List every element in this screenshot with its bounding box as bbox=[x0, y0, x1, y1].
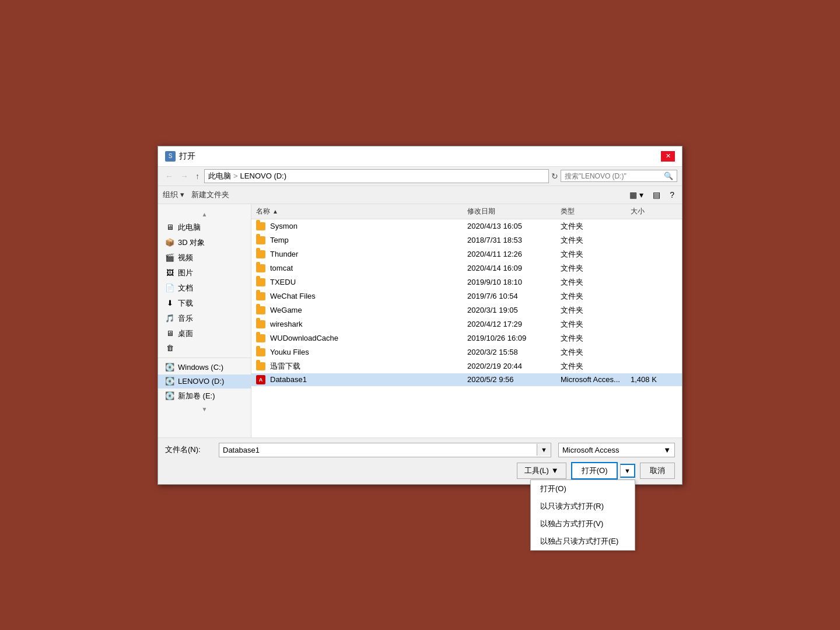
sidebar-item-e-drive[interactable]: 💽 新加卷 (E:) bbox=[158, 388, 251, 404]
sidebar-item-3d[interactable]: 📦 3D 对象 bbox=[158, 235, 251, 250]
filename-label: 文件名(N): bbox=[165, 444, 212, 455]
refresh-button[interactable]: ↻ bbox=[551, 172, 558, 181]
new-folder-button[interactable]: 新建文件夹 bbox=[191, 190, 229, 200]
organize-button[interactable]: 组织 ▾ bbox=[163, 190, 184, 200]
split-view-button[interactable]: ▤ bbox=[650, 188, 663, 201]
file-type: 文件夹 bbox=[561, 249, 631, 260]
help-button[interactable]: ? bbox=[667, 188, 677, 201]
file-name: Thunder bbox=[270, 250, 298, 258]
grid-view-button[interactable]: ▦ ▾ bbox=[626, 188, 646, 201]
folder-icon bbox=[256, 320, 265, 328]
breadcrumb: 此电脑 > LENOVO (D:) bbox=[208, 171, 286, 181]
open-dropdown-popup: 打开(O) 以只读方式打开(R) 以独占方式打开(V) 以独占只读方式打开(E) bbox=[530, 480, 635, 551]
folder-icon bbox=[256, 278, 265, 286]
open-button[interactable]: 打开(O) bbox=[571, 462, 618, 480]
scroll-down-indicator: ▼ bbox=[158, 404, 251, 415]
folder-icon bbox=[256, 362, 265, 370]
table-row[interactable]: TXEDU2019/9/10 18:10文件夹 bbox=[251, 275, 682, 289]
table-row[interactable]: WeGame2020/3/1 19:05文件夹 bbox=[251, 303, 682, 317]
table-row[interactable]: Temp2018/7/31 18:53文件夹 bbox=[251, 233, 682, 247]
sidebar-item-recycle[interactable]: 🗑 bbox=[158, 341, 251, 355]
title-bar: S 打开 ✕ bbox=[158, 146, 682, 167]
open-btn-group: 打开(O) ▼ 打开(O) 以只读方式打开(R) 以独占方式打开(V) 以独占只… bbox=[571, 462, 635, 480]
search-bar[interactable]: 🔍 bbox=[561, 170, 677, 182]
bottom-bar: 文件名(N): ▼ Microsoft Access ▼ 工具(L) ▼ 打开(… bbox=[158, 438, 682, 484]
sidebar-item-downloads[interactable]: ⬇ 下载 bbox=[158, 296, 251, 311]
e-drive-icon: 💽 bbox=[165, 391, 174, 401]
sidebar-item-d-drive[interactable]: 💽 LENOVO (D:) bbox=[158, 374, 251, 388]
open-option-readonly[interactable]: 以只读方式打开(R) bbox=[531, 498, 635, 515]
filetype-select[interactable]: Microsoft Access ▼ bbox=[558, 443, 675, 457]
file-date: 2020/4/14 16:09 bbox=[467, 264, 561, 272]
dialog-title: 打开 bbox=[179, 151, 195, 162]
open-dropdown-button[interactable]: ▼ bbox=[620, 464, 635, 478]
file-type: 文件夹 bbox=[561, 361, 631, 372]
3d-icon: 📦 bbox=[165, 238, 174, 247]
video-icon: 🎬 bbox=[165, 253, 174, 262]
sidebar-item-c-drive[interactable]: 💽 Windows (C:) bbox=[158, 360, 251, 374]
file-date: 2020/3/2 15:58 bbox=[467, 348, 561, 356]
table-row[interactable]: wireshark2020/4/12 17:29文件夹 bbox=[251, 317, 682, 331]
file-name: Database1 bbox=[270, 375, 307, 384]
breadcrumb-drive: LENOVO (D:) bbox=[240, 172, 286, 180]
address-bar[interactable]: 此电脑 > LENOVO (D:) bbox=[204, 169, 549, 183]
table-row[interactable]: Youku Files2020/3/2 15:58文件夹 bbox=[251, 345, 682, 359]
file-date: 2018/7/31 18:53 bbox=[467, 236, 561, 244]
c-drive-icon: 💽 bbox=[165, 363, 174, 372]
recycle-icon: 🗑 bbox=[165, 344, 174, 353]
table-row[interactable]: Sysmon2020/4/13 16:05文件夹 bbox=[251, 219, 682, 233]
col-size-header[interactable]: 大小 bbox=[631, 206, 677, 216]
col-date-header[interactable]: 修改日期 bbox=[467, 206, 561, 216]
file-name: Temp bbox=[270, 236, 289, 244]
cancel-button[interactable]: 取消 bbox=[640, 463, 675, 479]
file-name: TXEDU bbox=[270, 278, 296, 286]
table-row[interactable]: Thunder2020/4/11 12:26文件夹 bbox=[251, 247, 682, 261]
file-type: 文件夹 bbox=[561, 291, 631, 302]
open-option-exclusive[interactable]: 以独占方式打开(V) bbox=[531, 515, 635, 533]
open-option-exclusive-readonly[interactable]: 以独占只读方式打开(E) bbox=[531, 533, 635, 550]
back-button[interactable]: ← bbox=[163, 170, 176, 182]
file-name-cell: 迅雷下载 bbox=[256, 361, 467, 372]
col-type-header[interactable]: 类型 bbox=[561, 206, 631, 216]
close-button[interactable]: ✕ bbox=[661, 151, 675, 162]
file-list-header: 名称 ▲ 修改日期 类型 大小 bbox=[251, 204, 682, 219]
sidebar-item-pictures[interactable]: 🖼 图片 bbox=[158, 265, 251, 281]
sidebar-item-documents[interactable]: 📄 文档 bbox=[158, 281, 251, 296]
filename-dropdown-button[interactable]: ▼ bbox=[537, 444, 551, 456]
file-name-cell: Youku Files bbox=[256, 348, 467, 356]
folder-icon bbox=[256, 236, 265, 244]
sidebar-label-3d: 3D 对象 bbox=[178, 237, 205, 248]
table-row[interactable]: ADatabase12020/5/2 9:56Microsoft Acces..… bbox=[251, 373, 682, 386]
sidebar-item-music[interactable]: 🎵 音乐 bbox=[158, 311, 251, 326]
sidebar-item-video[interactable]: 🎬 视频 bbox=[158, 250, 251, 265]
file-type: 文件夹 bbox=[561, 347, 631, 358]
file-type: Microsoft Acces... bbox=[561, 375, 631, 384]
up-button[interactable]: ↑ bbox=[193, 170, 202, 182]
table-row[interactable]: WUDownloadCache2019/10/26 16:09文件夹 bbox=[251, 331, 682, 345]
search-input[interactable] bbox=[565, 172, 662, 180]
file-type: 文件夹 bbox=[561, 235, 631, 246]
file-type: 文件夹 bbox=[561, 319, 631, 330]
pictures-icon: 🖼 bbox=[165, 268, 174, 278]
open-option-open[interactable]: 打开(O) bbox=[531, 480, 635, 498]
sidebar-item-computer[interactable]: 🖥 此电脑 bbox=[158, 220, 251, 235]
sidebar-item-desktop[interactable]: 🖥 桌面 bbox=[158, 326, 251, 341]
col-name-header[interactable]: 名称 ▲ bbox=[256, 206, 467, 216]
file-date: 2019/10/26 16:09 bbox=[467, 334, 561, 342]
file-name-cell: TXEDU bbox=[256, 278, 467, 286]
table-row[interactable]: WeChat Files2019/7/6 10:54文件夹 bbox=[251, 289, 682, 303]
dialog-icon: S bbox=[165, 151, 176, 162]
table-row[interactable]: tomcat2020/4/14 16:09文件夹 bbox=[251, 261, 682, 275]
tools-dropdown-arrow: ▼ bbox=[551, 466, 559, 475]
file-name-cell: WeGame bbox=[256, 306, 467, 314]
table-row[interactable]: 迅雷下载2020/2/19 20:44文件夹 bbox=[251, 359, 682, 373]
computer-icon: 🖥 bbox=[165, 223, 174, 232]
sidebar-label-e: 新加卷 (E:) bbox=[178, 391, 215, 401]
title-bar-left: S 打开 bbox=[165, 151, 195, 162]
forward-button[interactable]: → bbox=[178, 170, 191, 182]
tools-button[interactable]: 工具(L) ▼ bbox=[517, 463, 566, 479]
filename-input[interactable] bbox=[219, 443, 537, 457]
file-date: 2020/3/1 19:05 bbox=[467, 306, 561, 314]
sidebar-label-downloads: 下载 bbox=[178, 298, 193, 309]
file-name: Sysmon bbox=[270, 222, 298, 230]
